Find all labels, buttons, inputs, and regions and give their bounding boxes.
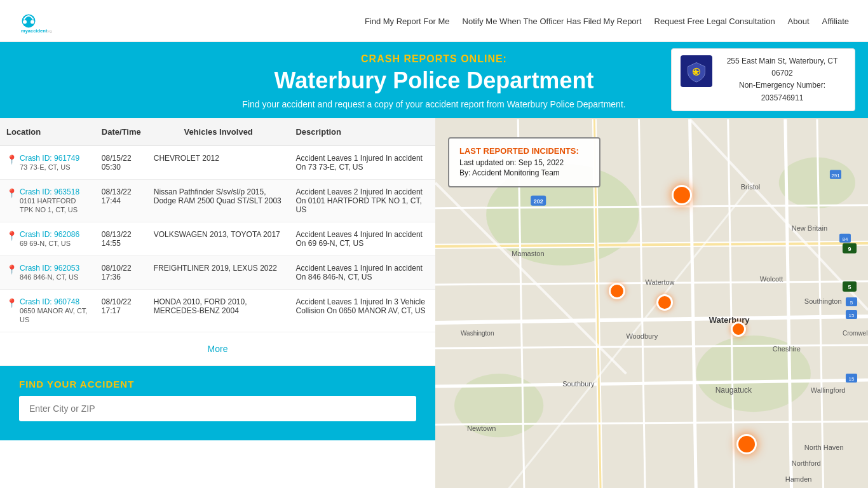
location-address: 69 69-N, CT, US <box>20 240 71 247</box>
nav-legal[interactable]: Request Free Legal Consultation <box>654 17 775 26</box>
map-pin-1 <box>672 185 692 205</box>
svg-text:15: 15 <box>849 376 855 382</box>
location-address: 846 846-N, CT, US <box>20 273 78 281</box>
svg-text:Naugatuck: Naugatuck <box>715 386 752 395</box>
location-address: 0650 MANOR AV, CT, US <box>20 307 87 323</box>
svg-text:Bristol: Bristol <box>741 183 761 191</box>
popup-title: LAST REPORTED INCIDENTS: <box>459 146 589 156</box>
cell-location: 📍 Crash ID: 962053 846 846-N, CT, US <box>0 256 95 290</box>
city-zip-input[interactable] <box>19 396 416 421</box>
nav-find-report[interactable]: Find My Report For Me <box>365 17 450 26</box>
svg-text:Hamden: Hamden <box>785 475 812 483</box>
popup-updated-date: Sep 15, 2022 <box>519 158 564 167</box>
cell-description: Accident Leaves 1 Injured In 3 Vehicle C… <box>289 290 435 332</box>
cell-datetime: 08/10/22 17:17 <box>95 290 147 332</box>
popup-updated: Last updated on: Sep 15, 2022 <box>459 158 589 167</box>
col-vehicles: Vehicles Involved <box>147 118 290 146</box>
incidents-table: Location Date/Time Vehicles Involved Des… <box>0 118 435 332</box>
svg-text:84: 84 <box>842 236 848 242</box>
crash-id-link[interactable]: Crash ID: 960748 <box>20 297 89 306</box>
cell-datetime: 08/13/22 17:44 <box>95 180 147 222</box>
map-pin-5 <box>736 434 757 454</box>
svg-text:Mamaston: Mamaston <box>512 250 544 257</box>
crash-id-link[interactable]: Crash ID: 962053 <box>20 264 79 273</box>
cell-description: Accident Leaves 1 Injured In accident On… <box>289 146 435 180</box>
cell-vehicles: FREIGHTLINER 2019, LEXUS 2022 <box>147 256 290 290</box>
cell-location: 📍 Crash ID: 963518 0101 HARTFORD TPK NO … <box>0 180 95 222</box>
svg-point-4 <box>23 20 27 24</box>
table-header-row: Location Date/Time Vehicles Involved Des… <box>0 118 435 146</box>
map-pin-3 <box>656 294 673 311</box>
svg-text:Newtown: Newtown <box>467 424 496 432</box>
dept-address: 255 East Main St, Waterbury, CT 06702 <box>719 55 846 79</box>
nav-notify[interactable]: Notify Me When The Officer Has Filed My … <box>463 17 642 26</box>
svg-text:291: 291 <box>831 173 840 179</box>
cell-datetime: 08/15/22 05:30 <box>95 146 147 180</box>
svg-text:New Britain: New Britain <box>792 224 827 232</box>
cell-description: Accident Leaves 2 Injured In accident On… <box>289 180 435 222</box>
table-row: 📍 Crash ID: 962086 69 69-N, CT, US 08/13… <box>0 222 435 256</box>
cell-vehicles: VOLKSWAGEN 2013, TOYOTA 2017 <box>147 222 290 256</box>
popup-by-value: Accident Monitoring Team <box>472 168 560 177</box>
cell-vehicles: Nissan Pathfinder S/sv/sl/p 2015, Dodge … <box>147 180 290 222</box>
logo-area: myaccident .org <box>19 6 57 35</box>
logo-icon: myaccident .org <box>19 6 57 35</box>
table-panel: Location Date/Time Vehicles Involved Des… <box>0 118 435 488</box>
dept-badge-icon: ★ <box>685 60 708 83</box>
svg-text:15: 15 <box>849 313 855 318</box>
pin-icon: 📍 <box>6 231 17 241</box>
cell-datetime: 08/10/22 17:36 <box>95 256 147 290</box>
col-location: Location <box>0 118 95 146</box>
pin-icon: 📍 <box>6 298 17 308</box>
table-row: 📍 Crash ID: 961749 73 73-E, CT, US 08/15… <box>0 146 435 180</box>
location-address: 0101 HARTFORD TPK NO 1, CT, US <box>20 197 78 214</box>
svg-text:North Haven: North Haven <box>804 444 844 451</box>
department-card: ★ 255 East Main St, Waterbury, CT 06702 … <box>671 48 855 111</box>
map-pin-4 <box>731 322 746 337</box>
dept-phone: 2035746911 <box>719 92 846 104</box>
location-address: 73 73-E, CT, US <box>20 163 70 171</box>
pin-icon: 📍 <box>6 188 17 198</box>
more-link[interactable]: More <box>208 344 228 354</box>
svg-point-5 <box>31 20 34 24</box>
find-accident-section: FIND YOUR ACCIDENT <box>0 366 435 440</box>
svg-text:Cromwell: Cromwell <box>843 330 868 337</box>
svg-text:Northford: Northford <box>792 459 821 467</box>
cell-vehicles: HONDA 2010, FORD 2010, MERCEDES-BENZ 200… <box>147 290 290 332</box>
cell-description: Accident Leaves 1 Injured In accident On… <box>289 256 435 290</box>
nav-links: Find My Report For Me Notify Me When The… <box>365 16 849 26</box>
cell-location: 📍 Crash ID: 962086 69 69-N, CT, US <box>0 222 95 256</box>
svg-text:Wallingford: Wallingford <box>811 386 846 394</box>
more-link-row: More <box>0 332 435 366</box>
popup-by: By: Accident Monitoring Team <box>459 168 589 177</box>
nav-about[interactable]: About <box>788 17 810 26</box>
col-datetime: Date/Time <box>95 118 147 146</box>
map-panel: 202 291 84 15 15 5 Mamaston Bristol New … <box>435 118 868 488</box>
crash-id-link[interactable]: Crash ID: 963518 <box>20 187 89 196</box>
map-pin-2 <box>609 283 625 299</box>
svg-text:202: 202 <box>534 198 543 205</box>
nav-affiliate[interactable]: Affiliate <box>822 17 849 26</box>
svg-text:Waterbury: Waterbury <box>709 315 750 325</box>
svg-text:Watertow: Watertow <box>645 278 674 286</box>
svg-text:myaccident: myaccident <box>21 28 48 34</box>
svg-text:Southington: Southington <box>804 297 842 305</box>
svg-text:Washington: Washington <box>461 330 494 337</box>
col-description: Description <box>289 118 435 146</box>
find-accident-title: FIND YOUR ACCIDENT <box>19 379 416 390</box>
crash-id-link[interactable]: Crash ID: 961749 <box>20 154 79 163</box>
hero-banner: CRASH REPORTS ONLINE: Waterbury Police D… <box>0 42 868 118</box>
table-row: 📍 Crash ID: 960748 0650 MANOR AV, CT, US… <box>0 290 435 332</box>
pin-icon: 📍 <box>6 154 17 165</box>
dept-phone-label: Non-Emergency Number: <box>719 79 846 92</box>
svg-text:Woodbury: Woodbury <box>626 332 658 340</box>
cell-location: 📍 Crash ID: 961749 73 73-E, CT, US <box>0 146 95 180</box>
pin-icon: 📍 <box>6 264 17 274</box>
navbar: myaccident .org Find My Report For Me No… <box>0 0 868 42</box>
svg-text:Southbury: Southbury <box>562 380 595 388</box>
dept-info: 255 East Main St, Waterbury, CT 06702 No… <box>719 55 846 104</box>
dept-badge: ★ <box>681 55 712 87</box>
svg-text:5: 5 <box>848 284 851 290</box>
crash-id-link[interactable]: Crash ID: 962086 <box>20 230 79 239</box>
svg-text:Wolcott: Wolcott <box>760 275 783 283</box>
